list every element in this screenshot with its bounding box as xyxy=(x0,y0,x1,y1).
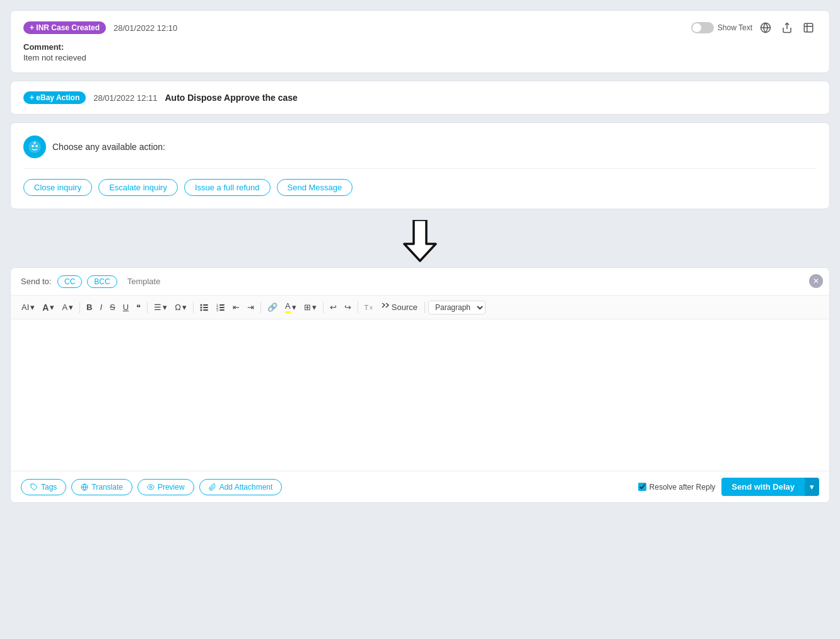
expand-icon-button[interactable] xyxy=(800,21,817,35)
numbered-list-button[interactable]: 1.2.3. xyxy=(213,301,228,314)
svg-point-5 xyxy=(32,145,34,147)
underline-button[interactable]: U xyxy=(120,301,132,314)
add-attachment-label: Add Attachment xyxy=(219,483,273,492)
action-buttons-group: Close inquiry Escalate inquiry Issue a f… xyxy=(23,179,817,196)
ai-label: AI xyxy=(21,302,29,312)
resolve-after-reply-checkbox[interactable] xyxy=(638,483,646,491)
compose-card: ✕ Send to: CC BCC ▾ AI ▾ A ▾ A ▾ B I S U… xyxy=(10,267,830,503)
svg-marker-9 xyxy=(404,220,436,261)
highlight-icon: A xyxy=(285,301,291,313)
globe-icon-button[interactable] xyxy=(757,21,774,35)
bold-button[interactable]: B xyxy=(83,301,95,314)
ai-dropdown-button[interactable]: AI ▾ xyxy=(18,301,38,314)
inr-badge: + INR Case Created xyxy=(23,21,106,34)
bullet-list-button[interactable] xyxy=(197,301,212,314)
bcc-button[interactable]: BCC xyxy=(87,275,117,288)
font-size-chevron-icon: ▾ xyxy=(50,302,54,312)
divider xyxy=(23,168,817,169)
arrow-container xyxy=(10,217,830,267)
send-with-delay-button[interactable]: Send with Delay xyxy=(721,478,805,496)
translate-icon xyxy=(81,483,88,491)
compose-close-button[interactable]: ✕ xyxy=(809,274,823,288)
align-dropdown-button[interactable]: ☰ ▾ xyxy=(151,301,170,314)
undo-button[interactable]: ↩ xyxy=(327,301,340,314)
translate-button[interactable]: Translate xyxy=(71,479,132,495)
issue-full-refund-button[interactable]: Issue a full refund xyxy=(184,179,271,196)
resolve-after-reply-label[interactable]: Resolve after Reply xyxy=(638,483,716,492)
paragraph-select[interactable]: Paragraph Heading 1 Heading 2 Heading 3 xyxy=(428,301,486,314)
align-icon: ☰ xyxy=(154,302,161,312)
ebay-action-card: + eBay Action 28/01/2022 12:11 Auto Disp… xyxy=(10,81,830,115)
send-button-group: Send with Delay ▾ xyxy=(721,478,819,496)
escalate-inquiry-button[interactable]: Escalate inquiry xyxy=(98,179,178,196)
svg-rect-15 xyxy=(203,309,208,311)
svg-point-25 xyxy=(149,486,151,488)
template-input[interactable] xyxy=(122,274,810,289)
strikethrough-button[interactable]: S xyxy=(107,301,119,314)
blockquote-button[interactable]: ❝ xyxy=(133,301,144,314)
redo-button[interactable]: ↪ xyxy=(341,301,354,314)
table-chevron-icon: ▾ xyxy=(312,302,317,312)
source-icon xyxy=(381,303,390,312)
special-chars-icon: Ω xyxy=(175,302,181,312)
comment-value: Item not recieved xyxy=(23,53,86,62)
inr-timestamp: 28/01/2022 12:10 xyxy=(114,23,177,33)
highlight-chevron-icon: ▾ xyxy=(292,302,296,312)
separator-1 xyxy=(79,302,80,313)
link-button[interactable]: 🔗 xyxy=(264,301,281,314)
close-inquiry-button[interactable]: Close inquiry xyxy=(23,179,92,196)
send-dropdown-button[interactable]: ▾ xyxy=(805,478,819,496)
table-icon: ⊞ xyxy=(304,302,311,312)
font-size-dropdown-button[interactable]: A ▾ xyxy=(39,301,57,314)
font-color-dropdown-button[interactable]: A ▾ xyxy=(59,301,76,314)
ai-chevron-icon: ▾ xyxy=(30,302,35,312)
font-color-icon: A xyxy=(62,302,67,312)
preview-icon xyxy=(147,483,155,491)
auto-dispose-text: Auto Dispose Approve the case xyxy=(165,93,297,103)
clear-format-button[interactable]: Tx xyxy=(361,302,376,313)
separator-2 xyxy=(147,302,148,313)
svg-point-12 xyxy=(200,306,202,308)
add-attachment-button[interactable]: Add Attachment xyxy=(199,479,283,495)
cc-button[interactable]: CC xyxy=(57,275,82,288)
editor-area[interactable] xyxy=(11,320,829,471)
italic-button[interactable]: I xyxy=(96,301,105,314)
separator-7 xyxy=(424,302,425,313)
send-to-label: Send to: xyxy=(21,277,52,286)
share-icon-button[interactable] xyxy=(779,21,795,35)
ebay-timestamp: 28/01/2022 12:11 xyxy=(93,93,157,103)
separator-5 xyxy=(323,302,324,313)
svg-point-14 xyxy=(200,309,202,311)
tags-button[interactable]: Tags xyxy=(21,479,66,495)
font-color-chevron-icon: ▾ xyxy=(69,302,73,312)
compose-footer: Tags Translate Preview Add Attachment Re… xyxy=(11,471,829,502)
preview-button[interactable]: Preview xyxy=(137,479,194,495)
table-dropdown-button[interactable]: ⊞ ▾ xyxy=(301,301,320,314)
actions-card: Choose any available action: Close inqui… xyxy=(10,122,830,209)
bot-avatar xyxy=(23,135,46,158)
send-message-button[interactable]: Send Message xyxy=(277,179,353,196)
svg-rect-17 xyxy=(219,304,225,306)
svg-rect-13 xyxy=(203,307,208,308)
inr-case-card: + INR Case Created 28/01/2022 12:10 Show… xyxy=(10,10,830,73)
show-text-label: Show Text xyxy=(718,23,752,32)
tags-label: Tags xyxy=(41,483,57,492)
increase-indent-button[interactable]: ⇥ xyxy=(244,301,257,314)
separator-4 xyxy=(260,302,261,313)
svg-point-6 xyxy=(35,145,38,147)
special-chevron-icon: ▾ xyxy=(182,302,187,312)
highlight-dropdown-button[interactable]: A ▾ xyxy=(282,299,300,315)
choose-action-text: Choose any available action: xyxy=(52,142,165,152)
separator-6 xyxy=(358,302,358,313)
send-to-row: Send to: CC BCC ▾ xyxy=(11,268,829,296)
separator-3 xyxy=(193,302,194,313)
attachment-icon xyxy=(209,483,216,491)
show-text-toggle[interactable] xyxy=(691,22,714,33)
source-button[interactable]: Source xyxy=(377,301,421,314)
special-chars-dropdown-button[interactable]: Ω ▾ xyxy=(172,301,190,314)
align-chevron-icon: ▾ xyxy=(163,302,167,312)
svg-rect-3 xyxy=(804,23,813,32)
editor-toolbar: AI ▾ A ▾ A ▾ B I S U ❝ ☰ ▾ Ω ▾ xyxy=(11,296,829,320)
decrease-indent-button[interactable]: ⇤ xyxy=(230,301,243,314)
footer-right-actions: Resolve after Reply Send with Delay ▾ xyxy=(638,478,819,496)
